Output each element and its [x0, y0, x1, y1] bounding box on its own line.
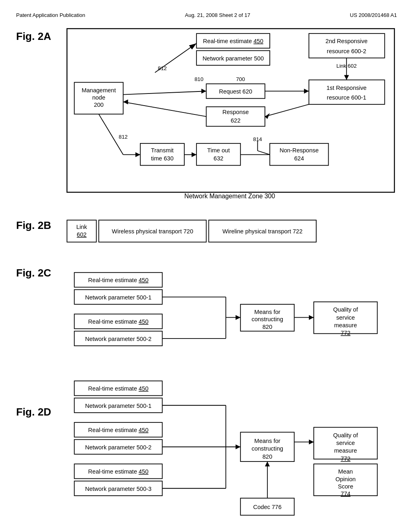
svg-marker-27 [304, 89, 309, 94]
svg-rect-23 [309, 80, 385, 104]
fig2a-svg: Real-time estimate 450 Network parameter… [65, 26, 397, 202]
fig2a-row: Fig. 2A Real-time estimate 450 Network p… [16, 26, 397, 203]
svg-text:Codec 776: Codec 776 [253, 504, 282, 510]
svg-marker-34 [123, 100, 128, 104]
svg-text:Network parameter 500-2: Network parameter 500-2 [85, 444, 152, 451]
fig2b-row: Fig. 2B Link 602 Wireless physical trans… [16, 215, 397, 251]
svg-text:node: node [92, 94, 105, 101]
svg-line-21 [123, 91, 206, 94]
svg-text:Network parameter 500: Network parameter 500 [202, 55, 264, 62]
svg-text:2nd Responsive: 2nd Responsive [325, 38, 367, 44]
svg-text:Wireline physical transport 72: Wireline physical transport 722 [223, 228, 302, 235]
svg-text:Transmit: Transmit [151, 147, 173, 154]
svg-text:Response: Response [222, 109, 248, 115]
svg-text:time 630: time 630 [151, 155, 173, 162]
svg-text:Means for: Means for [254, 309, 281, 315]
svg-text:1st Responsive: 1st Responsive [327, 85, 367, 91]
svg-text:Request 620: Request 620 [219, 88, 252, 95]
svg-line-53 [258, 151, 270, 155]
header-left: Patent Application Publication [16, 12, 85, 18]
svg-marker-104 [236, 445, 240, 449]
svg-text:Real-time estimate 450: Real-time estimate 450 [203, 38, 263, 44]
svg-text:resource 600-2: resource 600-2 [327, 48, 366, 54]
svg-text:Means for: Means for [254, 438, 281, 444]
svg-text:810: 810 [194, 76, 203, 82]
svg-text:774: 774 [341, 490, 350, 497]
svg-text:Score: Score [338, 483, 353, 490]
svg-line-12 [155, 43, 196, 73]
svg-text:Quality of: Quality of [333, 432, 358, 438]
header-middle: Aug. 21, 2008 Sheet 2 of 17 [185, 12, 250, 18]
fig2c-row: Fig. 2C Real-time estimate 450 Network p… [16, 263, 397, 362]
svg-text:812: 812 [158, 65, 167, 71]
svg-marker-124 [265, 462, 270, 467]
fig2a-label: Fig. 2A [16, 26, 56, 43]
svg-text:772: 772 [341, 455, 350, 462]
header-right: US 2008/201468 A1 [350, 12, 397, 18]
svg-text:602: 602 [77, 232, 86, 238]
fig2c-svg: Real-time estimate 450 Network parameter… [65, 263, 397, 360]
svg-text:Wireless physical transport 72: Wireless physical transport 720 [112, 228, 193, 235]
svg-text:820: 820 [263, 453, 272, 460]
svg-text:Mean: Mean [338, 469, 353, 475]
fig2d-diagram: Real-time estimate 450 Network parameter… [65, 374, 397, 526]
svg-text:Non-Response: Non-Response [280, 147, 319, 154]
svg-text:632: 632 [214, 155, 223, 162]
svg-line-31 [265, 104, 309, 116]
svg-text:Network parameter 500-1: Network parameter 500-1 [85, 294, 152, 301]
svg-text:resource 600-1: resource 600-1 [327, 94, 366, 101]
svg-text:622: 622 [231, 117, 240, 124]
svg-text:Management: Management [81, 87, 116, 94]
fig2d-svg: Real-time estimate 450 Network parameter… [65, 374, 397, 525]
svg-marker-81 [309, 315, 314, 320]
svg-text:Network parameter 500-2: Network parameter 500-2 [85, 336, 152, 342]
svg-text:Network parameter 500-3: Network parameter 500-3 [85, 486, 152, 492]
fig2a-diagram: Real-time estimate 450 Network parameter… [65, 26, 397, 203]
svg-text:700: 700 [236, 76, 245, 82]
svg-text:Real-time estimate 450: Real-time estimate 450 [88, 386, 148, 392]
svg-marker-110 [309, 440, 314, 445]
svg-text:772: 772 [341, 330, 350, 336]
svg-text:Network parameter 500-1: Network parameter 500-1 [85, 403, 152, 409]
svg-text:constructing: constructing [252, 316, 283, 322]
svg-text:Real-time estimate 450: Real-time estimate 450 [88, 277, 148, 284]
svg-text:Link: Link [76, 224, 87, 230]
svg-marker-75 [236, 315, 240, 320]
svg-marker-22 [201, 89, 206, 94]
svg-text:constructing: constructing [252, 446, 283, 452]
svg-text:Quality of: Quality of [333, 306, 358, 313]
svg-marker-10 [344, 75, 349, 80]
fig2b-diagram: Link 602 Wireless physical transport 720… [65, 215, 397, 251]
svg-text:812: 812 [119, 134, 127, 140]
svg-text:service: service [336, 314, 355, 321]
fig2b-svg: Link 602 Wireless physical transport 720… [65, 215, 397, 249]
svg-text:measure: measure [334, 322, 357, 328]
svg-text:Network Management Zone 300: Network Management Zone 300 [184, 193, 275, 200]
fig2b-label: Fig. 2B [16, 215, 56, 232]
svg-text:Time out: Time out [207, 147, 230, 154]
fig2c-diagram: Real-time estimate 450 Network parameter… [65, 263, 397, 362]
svg-rect-5 [309, 33, 385, 58]
svg-text:Real-time estimate 450: Real-time estimate 450 [88, 469, 148, 475]
page-content: Fig. 2A Real-time estimate 450 Network p… [16, 26, 397, 526]
page-header: Patent Application Publication Aug. 21, … [16, 8, 397, 26]
svg-line-33 [123, 102, 206, 116]
svg-marker-32 [265, 113, 270, 119]
svg-text:Real-time estimate 450: Real-time estimate 450 [88, 319, 148, 325]
svg-text:measure: measure [334, 448, 357, 454]
svg-marker-46 [192, 152, 196, 157]
svg-text:200: 200 [94, 102, 104, 108]
svg-text:service: service [336, 440, 355, 446]
svg-text:Opinion: Opinion [336, 476, 356, 482]
fig2d-row: Fig. 2D Real-time estimate 450 Network p… [16, 374, 397, 526]
svg-text:820: 820 [263, 324, 272, 330]
svg-text:624: 624 [294, 155, 304, 162]
svg-marker-41 [136, 152, 140, 157]
svg-text:Real-time estimate 450: Real-time estimate 450 [88, 427, 148, 434]
fig2c-label: Fig. 2C [16, 263, 56, 279]
fig2d-label: Fig. 2D [16, 374, 56, 418]
